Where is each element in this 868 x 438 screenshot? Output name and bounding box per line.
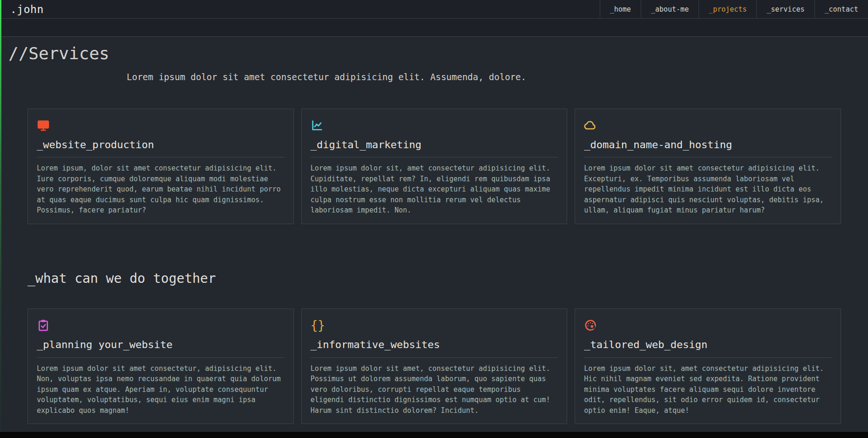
monitor-icon: [37, 119, 285, 132]
main-content: //Services Lorem ipsum dolor sit amet co…: [0, 36, 868, 432]
header-spacer: [0, 19, 868, 36]
nav-menu: _home _about-me _projects _services _con…: [600, 0, 868, 18]
capabilities-grid: _planning your_website Lorem ipsum dolor…: [27, 308, 841, 424]
capability-card-title: _planning your_website: [37, 339, 285, 357]
service-card-description: Lorem ipsum dolor sit amet consectetur a…: [584, 163, 832, 216]
capability-card-description: Lorem ipsum dolor sit amet, consectetur …: [311, 363, 558, 416]
nav-item-about-me[interactable]: _about-me: [641, 0, 698, 18]
line-chart-icon: [311, 119, 558, 132]
capability-card-title: _informative_websites: [311, 339, 558, 357]
service-card-domain-hosting: _domain_name-and_hosting Lorem ipsum dol…: [575, 109, 841, 224]
capability-card-planning: _planning your_website Lorem ipsum dolor…: [27, 308, 294, 424]
site-logo[interactable]: .john: [10, 0, 44, 18]
service-card-digital-marketing: _digital_marketing Lorem ipsum dolor sit…: [301, 109, 568, 224]
page-subtitle: Lorem ipsum dolor sit amet consectetur a…: [0, 63, 868, 83]
palette-icon: [584, 319, 832, 332]
page-title: //Services: [0, 37, 868, 63]
section-heading: _what can we do together: [0, 224, 868, 287]
nav-item-home[interactable]: _home: [600, 0, 641, 18]
capability-card-tailored-design: _tailored_web_design Lorem ipsum dolor s…: [575, 308, 841, 424]
left-accent-border: [0, 0, 1, 432]
nav-item-contact[interactable]: _contact: [814, 0, 868, 18]
cloud-icon: [584, 119, 832, 132]
service-card-website-production: _website_production Lorem ipsum, dolor s…: [27, 109, 294, 224]
nav-item-projects[interactable]: _projects: [698, 0, 756, 18]
clipboard-check-icon: [37, 319, 285, 332]
page: .john _home _about-me _projects _service…: [0, 0, 868, 438]
services-grid: _website_production Lorem ipsum, dolor s…: [27, 109, 841, 224]
service-card-description: Lorem ipsum, dolor sit amet consectetur …: [37, 163, 285, 216]
service-card-title: _website_production: [37, 139, 285, 157]
capability-card-informative: {} _informative_websites Lorem ipsum dol…: [301, 308, 568, 424]
top-navbar: .john _home _about-me _projects _service…: [0, 0, 868, 19]
capability-card-description: Lorem ipsum dolor sit amet consectetur, …: [37, 363, 285, 416]
capability-card-title: _tailored_web_design: [584, 339, 832, 357]
service-card-title: _domain_name-and_hosting: [584, 139, 832, 157]
service-card-description: Lorem ipsum dolor sit, amet consectetur …: [311, 163, 558, 216]
bottom-strip: [0, 432, 868, 438]
nav-item-services[interactable]: _services: [756, 0, 814, 18]
service-card-title: _digital_marketing: [311, 139, 558, 157]
curly-braces-icon: {}: [311, 319, 558, 332]
capability-card-description: Lorem ipsum dolor sit, amet consectetur …: [584, 363, 832, 416]
